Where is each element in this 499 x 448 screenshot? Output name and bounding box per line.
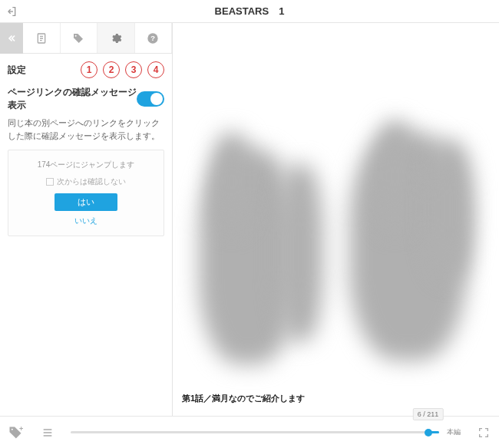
content-area[interactable]: 第1話／満月なのでご紹介します xyxy=(173,23,499,416)
setting-description: 同じ本の別ページへのリンクをクリックした際に確認メッセージを表示します。 xyxy=(8,117,164,142)
tab-toc[interactable] xyxy=(23,23,61,53)
page-slider[interactable]: 6 / 211 xyxy=(71,425,439,440)
add-bookmark-button[interactable]: + xyxy=(6,423,25,442)
gear-icon xyxy=(110,32,122,44)
exit-button[interactable] xyxy=(0,0,23,23)
tag-icon xyxy=(72,32,84,44)
badge-1: 1 xyxy=(81,61,97,78)
preview-checkbox-label: 次からは確認しない xyxy=(57,176,126,187)
help-icon: ? xyxy=(147,32,159,44)
book-title: BEASTARS 1 xyxy=(23,5,476,18)
bottombar: + 6 / 211 本編 xyxy=(0,416,499,448)
svg-text:?: ? xyxy=(150,35,155,42)
page-indicator: 6 / 211 xyxy=(413,408,444,420)
expand-icon xyxy=(478,427,490,439)
tab-settings[interactable] xyxy=(97,23,135,53)
preview-message: 174ページにジャンプします xyxy=(16,160,156,170)
sidebar: ? 設定 1 2 3 4 ページリンクの確認メッセージ表示 xyxy=(0,23,173,416)
preview-checkbox-row: 次からは確認しない xyxy=(16,176,156,187)
topbar: BEASTARS 1 xyxy=(0,0,499,23)
setting-label: ページリンクの確認メッセージ表示 xyxy=(8,86,137,112)
toggle-confirm-message[interactable] xyxy=(137,91,164,107)
tab-help[interactable]: ? xyxy=(135,23,173,53)
badge-2: 2 xyxy=(103,61,120,78)
document-icon xyxy=(35,32,48,44)
menu-icon xyxy=(41,427,54,439)
page-image: 第1話／満月なのでご紹介します xyxy=(173,23,499,416)
badge-3: 3 xyxy=(125,61,142,78)
slider-label: 本編 xyxy=(447,427,461,437)
svg-point-4 xyxy=(12,428,13,430)
preview-yes-button: はい xyxy=(55,193,117,211)
menu-button[interactable] xyxy=(38,423,57,442)
fullscreen-button[interactable] xyxy=(474,423,493,442)
preview-dialog: 174ページにジャンプします 次からは確認しない はい いいえ xyxy=(8,150,164,236)
preview-no-button: いいえ xyxy=(16,216,156,226)
page-caption: 第1話／満月なのでご紹介します xyxy=(182,393,305,404)
page-view[interactable]: 第1話／満月なのでご紹介します xyxy=(173,23,499,416)
svg-point-1 xyxy=(75,35,77,36)
collapse-sidebar-button[interactable] xyxy=(0,23,23,54)
svg-text:+: + xyxy=(19,425,23,433)
tab-bookmarks[interactable] xyxy=(61,23,98,53)
panel-title: 設定 xyxy=(8,64,26,77)
checkbox-icon xyxy=(46,178,54,186)
badge-4: 4 xyxy=(147,61,164,78)
